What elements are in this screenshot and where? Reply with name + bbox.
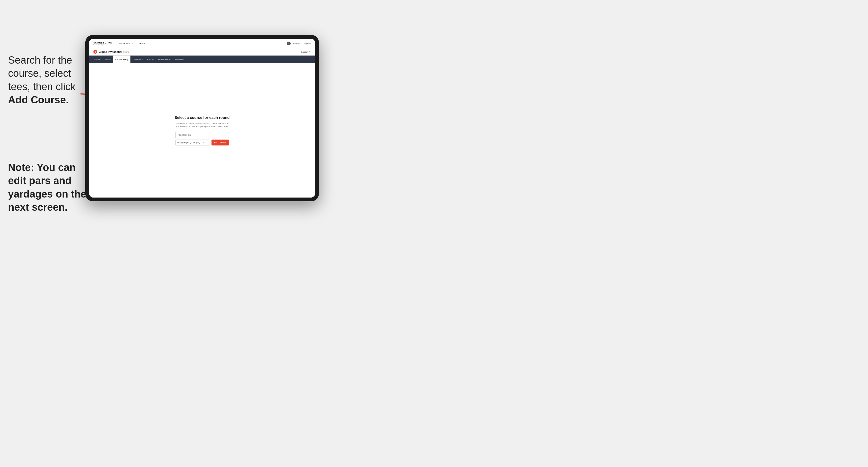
- tablet-frame: SCOREBOARD Powered by clippd TOURNAMENTS…: [85, 35, 319, 201]
- logo-sub: Powered by clippd: [93, 44, 112, 45]
- nav-separator: |: [302, 42, 302, 44]
- tab-results[interactable]: Results: [145, 56, 156, 63]
- tee-select-controls: ✕ ⌃⌄: [203, 141, 208, 144]
- annotation-line3: tees, then click: [8, 81, 75, 92]
- nav-items: TOURNAMENTS TEAMS: [117, 41, 287, 45]
- nav-right: T Test User | Sign out: [287, 41, 311, 45]
- logo-text: SCOREBOARD: [93, 41, 112, 44]
- tournament-header: C Clippd Invitational (Men) Cancel ✕: [89, 48, 315, 56]
- annotation-line4: Add Course.: [8, 94, 69, 105]
- sign-out-link[interactable]: Sign out: [304, 42, 311, 44]
- main-content: Select a course for each round Search fo…: [89, 63, 315, 197]
- add-course-button[interactable]: Add Course: [212, 139, 229, 146]
- tab-tee-groups[interactable]: Tee Groups: [130, 56, 145, 63]
- course-search-input[interactable]: [175, 132, 229, 138]
- top-nav: SCOREBOARD Powered by clippd TOURNAMENTS…: [89, 39, 315, 48]
- section-description: Search for a course and select a tee. Yo…: [175, 122, 229, 128]
- tab-nav: Details Teams Course Setup Tee Groups Re…: [89, 56, 315, 63]
- user-avatar: T: [287, 41, 291, 45]
- annotation-note: Note: You can edit pars and yardages on …: [8, 161, 89, 214]
- tee-chevron-icon: ⌃⌄: [205, 142, 208, 144]
- section-title: Select a course for each round: [175, 116, 230, 120]
- cancel-x-icon: ✕: [309, 51, 311, 53]
- tournament-title: Clippd Invitational: [99, 51, 122, 54]
- tournament-icon: C: [93, 50, 97, 54]
- tournament-type: (Men): [123, 51, 129, 53]
- tee-select-row: Gold (M) (M) (7010 yds) ✕ ⌃⌄ Add Course: [175, 139, 229, 146]
- annotation-text: Search for the course, select tees, then…: [8, 54, 83, 107]
- tab-details[interactable]: Details: [92, 56, 103, 63]
- tablet-screen: SCOREBOARD Powered by clippd TOURNAMENTS…: [89, 39, 315, 197]
- tee-clear-icon[interactable]: ✕: [203, 141, 204, 144]
- tab-printables[interactable]: Printables: [173, 56, 186, 63]
- annotation-line2: course, select: [8, 68, 71, 79]
- cancel-button[interactable]: Cancel ✕: [301, 51, 311, 53]
- user-name: Test User: [292, 42, 300, 44]
- tee-select-value: Gold (M) (M) (7010 yds): [177, 141, 200, 144]
- tee-select-container[interactable]: Gold (M) (M) (7010 yds) ✕ ⌃⌄: [175, 139, 210, 146]
- nav-teams[interactable]: TEAMS: [137, 41, 145, 45]
- tab-teams[interactable]: Teams: [103, 56, 113, 63]
- nav-tournaments[interactable]: TOURNAMENTS: [117, 41, 133, 45]
- logo-area: SCOREBOARD Powered by clippd: [93, 41, 112, 45]
- tab-leaderboards[interactable]: Leaderboards: [156, 56, 173, 63]
- tab-course-setup[interactable]: Course Setup: [113, 56, 130, 63]
- annotation-line1: Search for the: [8, 55, 72, 66]
